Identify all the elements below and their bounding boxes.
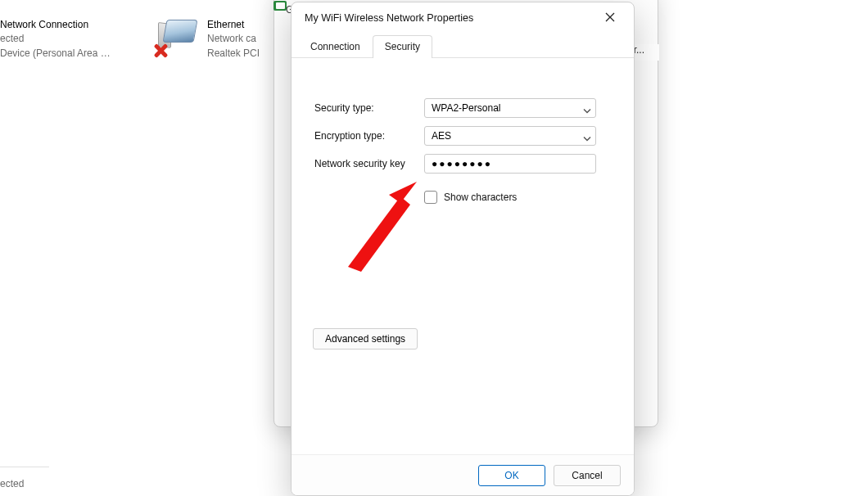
dialog-footer: OK Cancel xyxy=(292,454,634,495)
security-tab-body: Security type: WPA2-Personal Encryption … xyxy=(292,58,634,454)
truncated-text-right: ir... xyxy=(631,44,659,61)
tab-connection[interactable]: Connection xyxy=(298,35,373,58)
network-key-row: Network security key xyxy=(314,150,611,178)
ethernet-connection-item[interactable]: Ethernet Network ca Realtek PCI xyxy=(150,18,260,61)
network-key-label: Network security key xyxy=(314,158,424,169)
dialog-title: My WiFi Wireless Network Properties xyxy=(305,12,593,24)
ok-button[interactable]: OK xyxy=(478,465,545,486)
encryption-type-select[interactable]: AES xyxy=(424,126,596,146)
encryption-type-value: AES xyxy=(432,130,451,142)
show-characters-row: Show characters xyxy=(424,191,611,204)
ethernet-line3: Realtek PCI xyxy=(207,47,260,61)
ethernet-title: Ethernet xyxy=(207,18,260,32)
divider xyxy=(0,467,49,467)
bt-title-fragment: Network Connection xyxy=(0,18,111,32)
bottom-status-fragment: ected xyxy=(0,478,24,489)
close-icon xyxy=(605,11,615,25)
security-type-value: WPA2-Personal xyxy=(432,102,500,114)
show-characters-label: Show characters xyxy=(444,192,517,203)
signal-bars-icon xyxy=(274,1,287,11)
dialog-titlebar: My WiFi Wireless Network Properties xyxy=(292,2,634,34)
bluetooth-connection-fragment: Network Connection ected Device (Persona… xyxy=(0,18,111,61)
encryption-type-label: Encryption type: xyxy=(314,130,424,142)
advanced-settings-button[interactable]: Advanced settings xyxy=(313,328,418,349)
close-button[interactable] xyxy=(593,6,627,30)
network-key-input[interactable] xyxy=(424,154,596,174)
security-type-label: Security type: xyxy=(314,102,424,114)
ethernet-line2: Network ca xyxy=(207,32,260,46)
cancel-button[interactable]: Cancel xyxy=(554,465,621,486)
wifi-properties-dialog: My WiFi Wireless Network Properties Conn… xyxy=(291,2,635,496)
bt-device-fragment: Device (Personal Area … xyxy=(0,47,111,61)
dialog-tabs: Connection Security xyxy=(292,34,634,58)
security-type-select[interactable]: WPA2-Personal xyxy=(424,98,596,118)
security-type-row: Security type: WPA2-Personal xyxy=(314,94,611,122)
bt-status-fragment: ected xyxy=(0,32,111,46)
ethernet-text: Ethernet Network ca Realtek PCI xyxy=(207,18,260,61)
show-characters-checkbox[interactable] xyxy=(424,191,437,204)
tab-security[interactable]: Security xyxy=(373,35,432,58)
encryption-type-row: Encryption type: AES xyxy=(314,122,611,150)
disconnected-x-icon xyxy=(151,43,168,59)
ethernet-nic-icon xyxy=(150,18,199,57)
